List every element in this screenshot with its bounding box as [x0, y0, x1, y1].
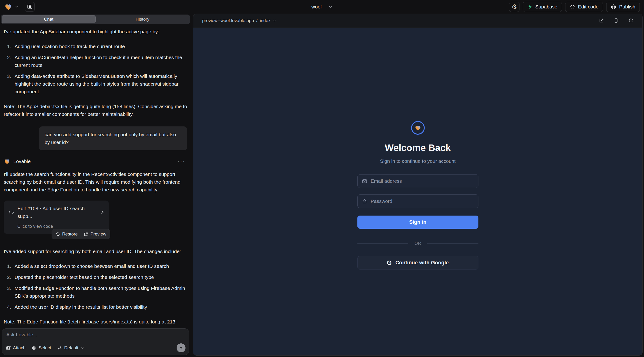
- assistant-note: Note: The AppSidebar.tsx file is getting…: [4, 102, 187, 118]
- chat-composer: Attach Select Default: [2, 328, 189, 355]
- refresh-icon: [628, 18, 634, 23]
- email-field[interactable]: [371, 178, 474, 184]
- google-button-label: Continue with Google: [396, 260, 449, 266]
- edit-card[interactable]: Edit #108 • Add user ID search supp... C…: [4, 200, 109, 234]
- login-card: Welcome Back Sign in to continue to your…: [358, 121, 478, 270]
- attach-label: Attach: [13, 345, 26, 350]
- preview-url-dropdown[interactable]: preview--woof.lovable.app / index: [202, 18, 276, 23]
- select-label: Select: [39, 345, 51, 350]
- mode-selector[interactable]: Default: [57, 345, 84, 350]
- chat-history-tabs: Chat History: [1, 14, 190, 24]
- divider-line: [427, 244, 478, 244]
- chat-panel: Chat History I've updated the AppSidebar…: [0, 14, 191, 357]
- restore-button[interactable]: Restore: [56, 232, 78, 237]
- edit-card-title: Edit #108 • Add user ID search supp...: [17, 204, 96, 220]
- supabase-button[interactable]: Supabase: [523, 2, 562, 12]
- preview-label: Preview: [90, 232, 106, 237]
- sign-in-button[interactable]: Sign in: [358, 216, 478, 229]
- assistant-paragraph: I've updated the AppSidebar component to…: [4, 28, 187, 36]
- or-divider: OR: [358, 241, 478, 246]
- project-name: woof: [312, 4, 322, 10]
- mobile-view-button[interactable]: [614, 18, 619, 23]
- assistant-paragraph: I've added support for searching by both…: [4, 248, 187, 255]
- divider-line: [358, 244, 408, 244]
- chevron-down-icon: [273, 19, 276, 22]
- list-item: Added a select dropdown to choose betwee…: [4, 262, 187, 270]
- chevron-right-icon: [100, 210, 104, 214]
- supabase-label: Supabase: [535, 4, 558, 10]
- publish-button[interactable]: Publish: [606, 2, 640, 12]
- user-message-bubble: can you add support for searching not on…: [39, 126, 187, 150]
- code-icon: [570, 4, 575, 9]
- password-field-wrapper: [358, 194, 478, 208]
- chevron-down-icon: [80, 346, 84, 350]
- list-item: Adding data-active attribute to SidebarM…: [4, 72, 187, 96]
- sidebar-toggle-button[interactable]: [25, 2, 35, 12]
- lovable-avatar-icon: [4, 158, 10, 165]
- preview-panel: preview--woof.lovable.app / index: [193, 14, 642, 356]
- list-item: Adding useLocation hook to track the cur…: [4, 42, 187, 50]
- code-icon: [8, 210, 14, 214]
- email-field-wrapper: [358, 174, 478, 188]
- list-item: Adding an isCurrentPath helper function …: [4, 54, 187, 69]
- top-bar: woof ⚙ Supabase Edit code: [0, 0, 644, 14]
- send-button[interactable]: [176, 344, 186, 352]
- preview-url: preview--woof.lovable.app: [202, 18, 254, 23]
- attach-image-icon: [6, 346, 11, 350]
- url-separator: /: [256, 18, 258, 23]
- preview-path: index: [260, 18, 270, 23]
- chat-input[interactable]: [6, 332, 131, 342]
- select-button[interactable]: Select: [32, 345, 51, 350]
- chevron-down-icon: [328, 5, 332, 9]
- assistant-name: Lovable: [13, 158, 31, 165]
- heart-icon: [414, 124, 422, 131]
- version-actions-bar: Restore Preview: [52, 229, 110, 239]
- message-menu-icon[interactable]: ···: [178, 158, 185, 165]
- list-item: Updated the placeholder text based on th…: [4, 273, 187, 281]
- gear-icon: ⚙: [512, 4, 517, 10]
- assistant-message-header: Lovable ···: [4, 158, 187, 165]
- assistant-paragraph: I'll update the search functionality in …: [4, 170, 187, 194]
- arrow-up-icon: [179, 346, 184, 350]
- publish-label: Publish: [619, 4, 635, 10]
- edit-code-button[interactable]: Edit code: [565, 2, 603, 12]
- external-link-icon: [599, 18, 604, 23]
- refresh-button[interactable]: [628, 18, 634, 23]
- tab-chat[interactable]: Chat: [2, 15, 96, 23]
- preview-url-bar: preview--woof.lovable.app / index: [193, 14, 642, 28]
- target-icon: [32, 346, 36, 350]
- restore-icon: [56, 232, 60, 236]
- divider-label: OR: [414, 241, 421, 246]
- lovable-logo-icon[interactable]: [4, 3, 12, 11]
- chat-message-list[interactable]: I've updated the AppSidebar component to…: [0, 24, 191, 326]
- attach-button[interactable]: Attach: [6, 345, 26, 350]
- password-field[interactable]: [371, 198, 474, 204]
- external-link-icon: [84, 232, 88, 236]
- assistant-numbered-list: Added a select dropdown to choose betwee…: [4, 262, 187, 311]
- sliders-icon: [57, 346, 62, 350]
- login-subtitle: Sign in to continue to your account: [380, 158, 456, 164]
- panel-icon: [27, 4, 32, 10]
- settings-button[interactable]: ⚙: [509, 2, 520, 12]
- mode-label: Default: [64, 345, 78, 350]
- login-title: Welcome Back: [385, 142, 451, 153]
- phone-icon: [614, 18, 619, 23]
- edit-card-container: Edit #108 • Add user ID search supp... C…: [4, 200, 109, 234]
- restore-label: Restore: [62, 232, 78, 237]
- app-logo: [411, 121, 425, 135]
- chevron-down-icon[interactable]: [15, 5, 19, 9]
- project-switcher[interactable]: woof: [312, 4, 332, 10]
- globe-icon: [611, 4, 616, 10]
- lock-icon: [362, 199, 367, 204]
- edit-code-label: Edit code: [578, 4, 599, 10]
- supabase-bolt-icon: [527, 4, 532, 10]
- continue-with-google-button[interactable]: G Continue with Google: [358, 256, 478, 270]
- assistant-note: Note: The Edge Function file (fetch-fire…: [4, 318, 187, 326]
- google-g-icon: G: [387, 259, 392, 266]
- open-in-new-tab-button[interactable]: [599, 18, 604, 23]
- assistant-numbered-list: Adding useLocation hook to track the cur…: [4, 42, 187, 96]
- list-item: Added the user ID display in the results…: [4, 303, 187, 311]
- preview-button[interactable]: Preview: [84, 232, 106, 237]
- tab-history[interactable]: History: [96, 15, 189, 23]
- mail-icon: [362, 178, 367, 184]
